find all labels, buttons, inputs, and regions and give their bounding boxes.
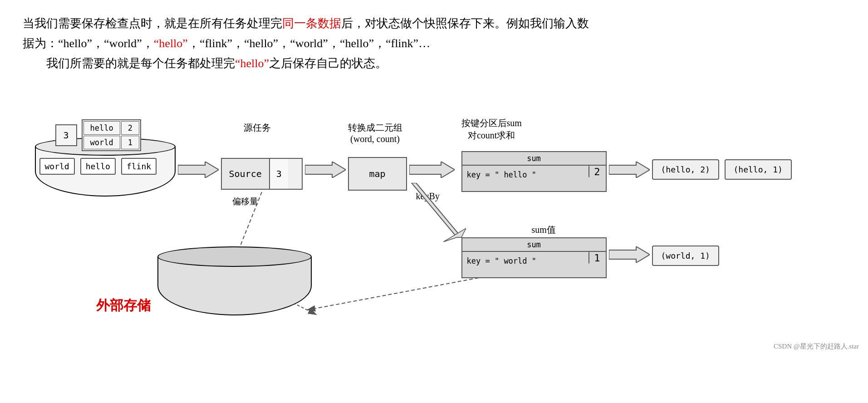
- arrow-map-keyby: [409, 162, 455, 180]
- arrow-source-map: [305, 162, 346, 180]
- text-highlight1: 同一条数据: [282, 17, 341, 30]
- ext-cylinder-top: [157, 246, 312, 267]
- keyby-world-box: sum key = " world " 1: [461, 237, 607, 278]
- convert-label: 转换成二元组 (word, count): [348, 122, 402, 144]
- source-task-label: 源任务: [221, 122, 294, 134]
- storage-inner: 3 hello 2 world 1: [55, 119, 141, 151]
- arrow-map-world: [407, 183, 466, 244]
- keyby-label: 按键分区后sum 对count求和: [461, 117, 522, 142]
- text-section: 当我们需要保存检查点时，就是在所有任务处理完同一条数据后，对状态做个快照保存下来…: [23, 14, 839, 74]
- output-hello2: (hello, 2): [652, 159, 719, 180]
- svg-marker-8: [609, 162, 650, 178]
- output-hello1: (hello, 1): [725, 159, 792, 180]
- cylinder-boxes: world hello flink: [39, 158, 157, 175]
- watermark: CSDN @星光下的赶路人.star: [774, 342, 859, 351]
- source-num: 3: [270, 159, 288, 189]
- sum-label: sum值: [532, 224, 556, 236]
- svg-marker-9: [609, 246, 650, 263]
- offset-label: 偏移量: [232, 196, 258, 207]
- text-para1: 当我们需要保存检查点时，就是在所有任务处理完: [23, 17, 282, 30]
- storage-row1-key: hello: [83, 121, 120, 135]
- arrow-world-out: [609, 246, 650, 265]
- map-box: map: [348, 157, 407, 191]
- ext-storage-label: 外部存储: [96, 296, 151, 315]
- storage-row2-key: world: [83, 136, 120, 149]
- source-task-box: Source 3: [221, 158, 303, 190]
- output-world1: (world, 1): [652, 246, 719, 266]
- text-para2b: ，“flink”，“hello”，“world”，“hello”，“flink”…: [188, 37, 430, 50]
- storage-num: 3: [55, 124, 77, 146]
- datasource-item-hello: hello: [80, 158, 116, 175]
- text-para1b: 后，对状态做个快照保存下来。例如我们输入数: [341, 17, 589, 30]
- source-label: Source: [222, 159, 270, 189]
- svg-marker-7: [409, 162, 455, 178]
- svg-marker-5: [178, 162, 219, 178]
- text-para3b: 之后保存自己的状态。: [269, 57, 387, 70]
- storage-row1-val: 2: [121, 121, 139, 135]
- keyby-hello-box: sum key = " hello " 2: [461, 151, 607, 192]
- text-highlight2: “hello”: [154, 37, 188, 50]
- page-container: 当我们需要保存检查点时，就是在所有任务处理完同一条数据后，对状态做个快照保存下来…: [0, 0, 868, 355]
- svg-marker-6: [305, 162, 346, 178]
- text-highlight3: “hello”: [235, 57, 269, 70]
- datasource-item-world: world: [39, 158, 75, 175]
- text-para3: 我们所需要的就是每个任务都处理完: [46, 57, 235, 70]
- storage-row2-val: 1: [121, 136, 139, 149]
- datasource-item-flink: flink: [121, 158, 157, 175]
- arrow-hello-out: [609, 162, 650, 180]
- diagram-section: 数据源 world hello flink 源任务 Source 3 偏移量: [26, 92, 843, 346]
- arrow-cyl-source: [178, 162, 219, 180]
- storage-table: hello 2 world 1: [82, 119, 141, 151]
- text-para2: 据为：“hello”，“world”，: [23, 37, 154, 50]
- ext-storage-cylinder: [157, 246, 312, 319]
- svg-marker-11: [412, 183, 461, 237]
- text-indent: [23, 57, 46, 70]
